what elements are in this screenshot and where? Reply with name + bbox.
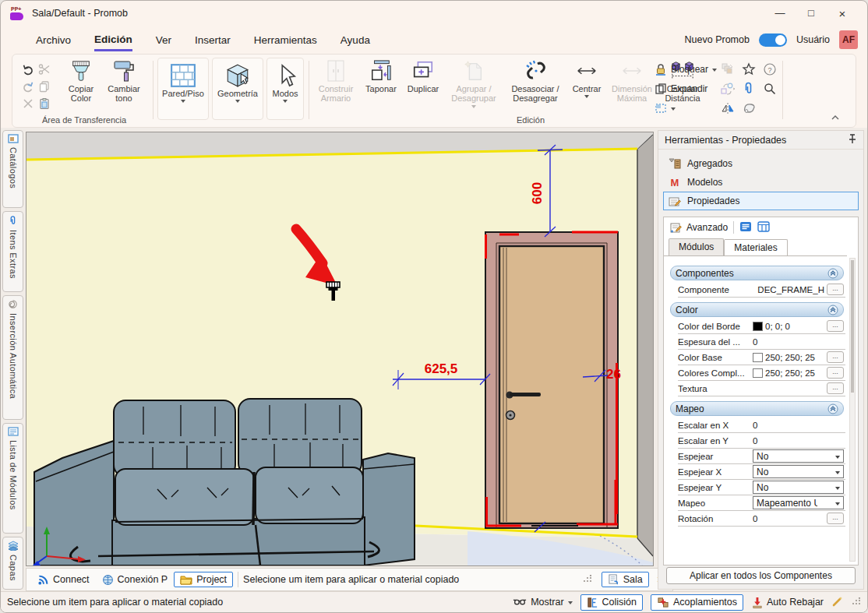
panel-nav-agregados[interactable]: Agregados: [663, 154, 859, 173]
tab-materiales[interactable]: Materiales: [724, 239, 787, 256]
modos-button[interactable]: Modos: [266, 58, 304, 120]
copiar-color-button[interactable]: Copiar Color: [61, 58, 101, 104]
table-view-button[interactable]: [757, 221, 770, 234]
nuevo-promob-toggle[interactable]: [759, 33, 787, 47]
browse-button[interactable]: ...: [827, 284, 844, 295]
sidebar-item-lista-de-modulos[interactable]: Lista de Módulos: [2, 423, 23, 534]
menu-insertar[interactable]: Insertar: [195, 30, 231, 50]
resize-grip[interactable]: [852, 597, 861, 608]
apply-all-components-button[interactable]: Aplicar en todos los Componentes: [666, 567, 856, 584]
copy-button[interactable]: [37, 78, 52, 94]
duplicar-button[interactable]: Duplicar: [404, 58, 443, 93]
espejear-dropdown[interactable]: No: [753, 449, 844, 463]
sidebar-item-catalogos[interactable]: Catálogos: [2, 130, 23, 208]
sidebar-item-capas[interactable]: Capas: [2, 537, 23, 590]
color-base-value[interactable]: 250; 250; 25: [753, 353, 827, 362]
menu-ver[interactable]: Ver: [156, 30, 171, 50]
section-color[interactable]: Color: [670, 302, 844, 317]
side-wall[interactable]: [637, 136, 653, 556]
conexion-p-tab[interactable]: Conexión P: [102, 574, 168, 586]
user-avatar[interactable]: AF: [839, 30, 858, 49]
escalar-x-value[interactable]: 0: [753, 421, 844, 430]
desasociar-button[interactable]: Desasociar / Desagregar: [505, 58, 566, 104]
browse-button[interactable]: ...: [827, 367, 844, 379]
zoom-search-button[interactable]: [759, 79, 780, 98]
componente-value[interactable]: DEC_FRAME_H: [753, 285, 824, 294]
attach-button[interactable]: [738, 79, 759, 98]
list-icon: [8, 427, 19, 436]
selection-options-button[interactable]: [655, 98, 717, 118]
resize-grip[interactable]: [583, 574, 592, 585]
espejear-y-dropdown[interactable]: No: [753, 481, 844, 494]
avanzado-button[interactable]: Avanzado: [670, 222, 728, 234]
avanzado-icon: [670, 222, 683, 234]
delete-button[interactable]: [20, 95, 36, 111]
taponar-button[interactable]: Taponar: [362, 58, 400, 93]
espejear-x-dropdown[interactable]: No: [753, 465, 844, 478]
color-borde-value[interactable]: 0; 0; 0: [753, 322, 827, 331]
cambiar-tono-button[interactable]: Cambiar tono: [103, 58, 145, 104]
scene-viewport[interactable]: 600 625,5 26: [26, 132, 654, 566]
menu-edicion[interactable]: Edición: [94, 29, 132, 51]
close-button[interactable]: ×: [827, 7, 858, 20]
centrar-button[interactable]: Centrar: [569, 58, 605, 98]
browse-button[interactable]: ...: [827, 382, 844, 394]
colores-compl-value[interactable]: 250; 250; 25: [753, 368, 827, 378]
lasso-button[interactable]: [738, 98, 759, 118]
rotacion-value[interactable]: 0: [753, 514, 827, 523]
colision-toggle[interactable]: Colisión: [580, 594, 643, 611]
svg-text:26: 26: [606, 367, 621, 382]
browse-button[interactable]: ...: [827, 320, 844, 332]
espesura-value[interactable]: 0: [753, 337, 844, 347]
sidebar-item-itens-extras[interactable]: Itens Extras: [2, 211, 23, 292]
menu-herramientas[interactable]: Herramientas: [254, 30, 317, 50]
panel-nav-modelos[interactable]: M Modelos: [663, 173, 859, 192]
collapse-icon: [827, 305, 838, 315]
door[interactable]: [485, 232, 618, 528]
section-mapeo[interactable]: Mapeo: [670, 401, 844, 416]
acoplamientos-toggle[interactable]: Acoplamientos: [651, 594, 743, 611]
usuario-label[interactable]: Usuário: [796, 34, 830, 45]
undo-button[interactable]: [20, 61, 36, 77]
property-row: Color Base 250; 250; 25 ...: [678, 350, 845, 365]
wand-icon[interactable]: [831, 595, 844, 610]
browse-button[interactable]: ...: [827, 513, 844, 524]
cut-button[interactable]: [37, 61, 52, 77]
chevron-down-icon: [283, 100, 288, 103]
status-bar: Selecione um item para aplicar o materia…: [1, 591, 867, 612]
menu-archivo[interactable]: Archivo: [36, 30, 71, 50]
panel-scrollbar[interactable]: [849, 258, 856, 562]
escalar-y-value[interactable]: 0: [753, 436, 844, 446]
list-view-button[interactable]: [739, 221, 752, 234]
tab-modulos[interactable]: Módulos: [669, 238, 724, 255]
layers-icon: [8, 541, 19, 551]
panel-nav-propiedades[interactable]: Propiedades: [663, 192, 859, 210]
auto-rebajar-button[interactable]: Auto Rebajar: [751, 597, 824, 608]
sala-view-tab[interactable]: Sala: [602, 572, 649, 587]
paste-button[interactable]: [37, 95, 52, 111]
scrollbar-thumb[interactable]: [851, 260, 854, 393]
collapse-ribbon-button[interactable]: [831, 110, 840, 124]
pared-piso-button[interactable]: Pared/Piso: [157, 58, 209, 120]
pin-icon[interactable]: [848, 134, 857, 146]
bloquear-button[interactable]: Bloquear: [655, 59, 717, 79]
help-button[interactable]: ?: [759, 59, 780, 79]
paint-roller-icon: [111, 58, 136, 84]
maximize-button[interactable]: □: [796, 7, 827, 20]
mostrar-button[interactable]: Mostrar: [513, 597, 572, 608]
favorite-button[interactable]: [738, 59, 759, 79]
section-componentes[interactable]: Componentes: [670, 266, 844, 280]
sidebar-item-insercion-automatica[interactable]: Inserción Automática: [2, 295, 23, 420]
minimize-button[interactable]: —: [764, 7, 796, 20]
project-tab[interactable]: Project: [174, 572, 233, 587]
propiedades-icon: [669, 196, 681, 207]
mapeo-dropdown[interactable]: Mapeamento UV: [753, 496, 844, 509]
browse-button[interactable]: ...: [827, 351, 844, 363]
menu-ayuda[interactable]: Ayuda: [340, 30, 370, 50]
expandir-button[interactable]: Expandir: [655, 79, 717, 98]
connect-tab[interactable]: Connect: [37, 574, 90, 586]
mirror-button[interactable]: [717, 98, 738, 118]
app-window: PP+ Sala/Default - Promob — □ × Archivo …: [0, 0, 868, 613]
redo-button[interactable]: [20, 78, 36, 94]
geometria-button[interactable]: Geometría: [212, 58, 263, 120]
